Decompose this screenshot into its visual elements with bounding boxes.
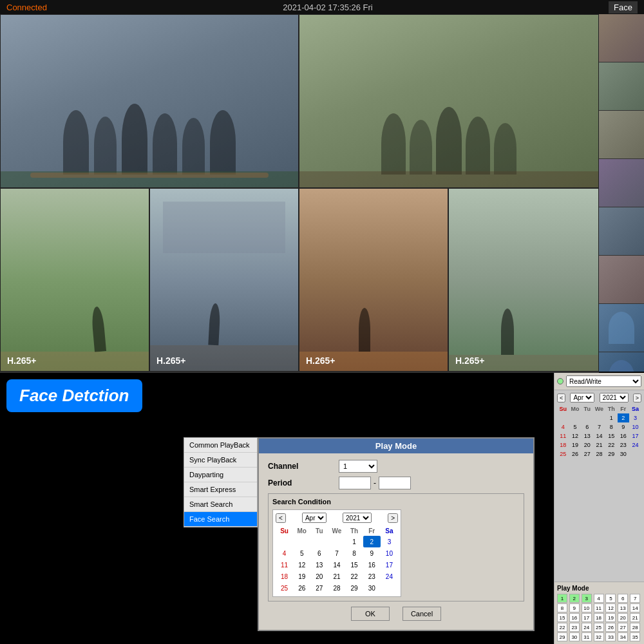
- right-cal-day[interactable]: 7: [593, 422, 605, 431]
- dialog-cal-day[interactable]: 6: [310, 547, 328, 559]
- play-mode-day[interactable]: 23: [569, 623, 580, 632]
- dialog-cal-day[interactable]: 1: [346, 536, 363, 547]
- dialog-cal-day[interactable]: 9: [363, 547, 381, 559]
- play-mode-day[interactable]: 19: [605, 613, 616, 622]
- play-mode-day[interactable]: 10: [582, 603, 592, 612]
- right-cal-day[interactable]: 13: [581, 431, 593, 440]
- play-mode-day[interactable]: 27: [618, 623, 628, 632]
- right-cal-day[interactable]: 9: [618, 422, 630, 431]
- dialog-cal-day[interactable]: 18: [276, 571, 293, 582]
- right-cal-day[interactable]: 29: [605, 450, 618, 459]
- play-mode-day[interactable]: 17: [582, 613, 592, 622]
- play-mode-day[interactable]: 25: [594, 623, 604, 632]
- dialog-cal-day[interactable]: 24: [381, 571, 398, 582]
- period-start-input[interactable]: 00:00: [339, 477, 371, 489]
- video-cell-1[interactable]: [0, 14, 299, 188]
- play-mode-day[interactable]: 15: [557, 613, 567, 622]
- menu-item-smart-express[interactable]: Smart Express: [184, 482, 257, 497]
- dialog-cal-day[interactable]: 22: [346, 571, 363, 582]
- play-mode-day[interactable]: 20: [618, 613, 628, 622]
- right-cal-day[interactable]: 21: [593, 440, 605, 450]
- play-mode-day[interactable]: 16: [569, 613, 580, 622]
- play-mode-day[interactable]: 6: [618, 594, 628, 603]
- dialog-cal-prev[interactable]: <: [276, 513, 286, 523]
- right-cal-year-select[interactable]: 2021: [600, 393, 629, 402]
- video-cell-4[interactable]: H.265+: [149, 188, 299, 372]
- dialog-cal-day[interactable]: 10: [381, 547, 398, 559]
- dialog-cal-next[interactable]: >: [388, 513, 398, 523]
- dialog-cal-day[interactable]: 20: [310, 571, 328, 582]
- right-cal-day[interactable]: 17: [629, 431, 641, 440]
- dialog-cal-day[interactable]: 14: [328, 559, 345, 571]
- right-cal-day[interactable]: 19: [569, 440, 582, 450]
- right-cal-next[interactable]: >: [633, 393, 641, 402]
- dialog-cal-day[interactable]: 5: [293, 547, 310, 559]
- play-mode-day[interactable]: 2: [569, 594, 580, 603]
- dialog-cal-day[interactable]: 11: [276, 559, 293, 571]
- dialog-cal-day[interactable]: 15: [346, 559, 363, 571]
- right-cal-day[interactable]: 5: [569, 422, 582, 431]
- storage-select[interactable]: Read/Write Read Only Redundant: [566, 375, 641, 387]
- dialog-cal-day[interactable]: 4: [276, 547, 293, 559]
- dialog-cal-day[interactable]: 27: [310, 582, 328, 594]
- dialog-cal-day[interactable]: 23: [363, 571, 381, 582]
- dialog-cal-day[interactable]: 12: [293, 559, 310, 571]
- play-mode-day[interactable]: 9: [569, 603, 580, 612]
- right-cal-day[interactable]: 25: [557, 450, 569, 459]
- right-cal-day[interactable]: 1: [605, 413, 618, 422]
- play-mode-day[interactable]: 33: [605, 632, 616, 641]
- right-cal-prev[interactable]: <: [557, 393, 565, 402]
- dialog-cal-day[interactable]: 28: [328, 582, 345, 594]
- play-mode-day[interactable]: 30: [569, 632, 580, 641]
- right-cal-month-select[interactable]: Apr: [570, 393, 594, 402]
- play-mode-day[interactable]: 29: [557, 632, 567, 641]
- right-cal-day[interactable]: 20: [581, 440, 593, 450]
- right-cal-day[interactable]: 8: [605, 422, 618, 431]
- right-cal-day[interactable]: 2: [618, 413, 630, 422]
- play-mode-day[interactable]: 21: [630, 613, 640, 622]
- dialog-cal-day[interactable]: 17: [381, 559, 398, 571]
- dialog-cal-month-select[interactable]: Apr: [302, 513, 327, 523]
- play-mode-day[interactable]: 24: [582, 623, 592, 632]
- right-cal-day[interactable]: 15: [605, 431, 618, 440]
- right-cal-day[interactable]: 23: [618, 440, 630, 450]
- channel-select[interactable]: 1: [339, 460, 377, 473]
- video-cell-6[interactable]: H.265+: [448, 188, 599, 372]
- play-mode-day[interactable]: 3: [582, 594, 592, 603]
- right-cal-day[interactable]: 22: [605, 440, 618, 450]
- dialog-cal-day[interactable]: 13: [310, 559, 328, 571]
- menu-item-face-search[interactable]: Face Search: [184, 512, 257, 527]
- menu-item-common-playback[interactable]: Common PlayBack: [184, 438, 257, 453]
- dialog-cal-day[interactable]: 16: [363, 559, 381, 571]
- right-cal-day[interactable]: 26: [569, 450, 582, 459]
- play-mode-day[interactable]: 7: [630, 594, 640, 603]
- right-cal-day[interactable]: 16: [618, 431, 630, 440]
- play-mode-day[interactable]: 32: [594, 632, 604, 641]
- play-mode-day[interactable]: 26: [605, 623, 616, 632]
- face-thumb-5[interactable]: [599, 207, 644, 256]
- play-mode-day[interactable]: 14: [630, 603, 640, 612]
- dialog-cal-day[interactable]: 8: [346, 547, 363, 559]
- play-mode-day[interactable]: 28: [630, 623, 640, 632]
- cancel-button[interactable]: Cancel: [402, 607, 441, 621]
- dialog-cal-day[interactable]: 3: [381, 536, 398, 547]
- play-mode-day[interactable]: 11: [594, 603, 604, 612]
- face-thumb-6[interactable]: [599, 256, 644, 304]
- play-mode-day[interactable]: 35: [630, 632, 640, 641]
- play-mode-day[interactable]: 12: [605, 603, 616, 612]
- play-mode-day[interactable]: 4: [594, 594, 604, 603]
- menu-item-sync-playback[interactable]: Sync PlayBack: [184, 453, 257, 468]
- face-thumb-7[interactable]: [599, 304, 644, 352]
- video-cell-5[interactable]: H.265+: [299, 188, 448, 372]
- right-cal-day[interactable]: 12: [569, 431, 582, 440]
- right-cal-day[interactable]: 11: [557, 431, 569, 440]
- dialog-cal-day[interactable]: 19: [293, 571, 310, 582]
- face-thumb-2[interactable]: [599, 62, 644, 111]
- video-cell-2[interactable]: [299, 14, 599, 188]
- dialog-cal-day[interactable]: 29: [346, 582, 363, 594]
- dialog-cal-day[interactable]: 2: [363, 536, 381, 547]
- right-cal-day[interactable]: 3: [629, 413, 641, 422]
- play-mode-day[interactable]: 31: [582, 632, 592, 641]
- right-cal-day[interactable]: 24: [629, 440, 641, 450]
- dialog-cal-day[interactable]: 7: [328, 547, 345, 559]
